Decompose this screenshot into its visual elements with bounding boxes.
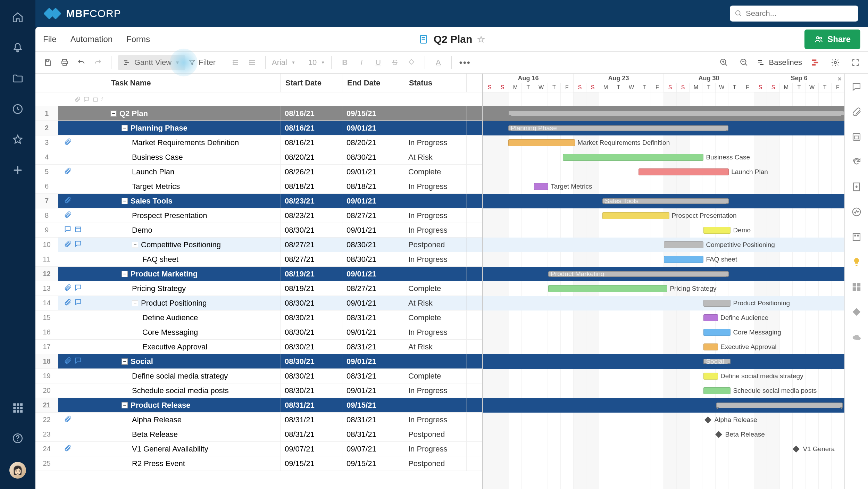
italic-icon[interactable]: I: [354, 56, 368, 69]
collapse-icon[interactable]: −: [122, 358, 128, 365]
row-number[interactable]: 18: [35, 354, 58, 368]
collapse-icon[interactable]: −: [122, 125, 128, 131]
start-date-cell[interactable]: 08/30/21: [281, 325, 342, 339]
collapse-icon[interactable]: −: [122, 198, 128, 204]
task-cell[interactable]: −Product Positioning: [106, 296, 281, 310]
task-cell[interactable]: Alpha Release: [106, 413, 281, 427]
gantt-bar[interactable]: Prospect Presentation: [602, 212, 669, 219]
task-cell[interactable]: Business Case: [106, 150, 281, 164]
gantt-bar[interactable]: Product Positioning: [703, 300, 731, 307]
milestone-icon[interactable]: [704, 416, 711, 423]
end-date-cell[interactable]: 08/20/21: [342, 135, 404, 150]
search-input[interactable]: [746, 9, 853, 18]
status-cell[interactable]: Postponed: [404, 238, 467, 252]
task-cell[interactable]: Launch Plan: [106, 165, 281, 179]
chat-icon[interactable]: [74, 240, 82, 250]
gantt-bar[interactable]: Planning Phase: [508, 125, 728, 131]
attachments-panel-icon[interactable]: [850, 106, 863, 118]
start-date-cell[interactable]: 08/20/21: [281, 150, 342, 164]
gantt-bar[interactable]: Competitive Positioning: [664, 241, 703, 248]
cal-icon[interactable]: [74, 225, 82, 235]
table-row[interactable]: 13Pricing Strategy08/19/2108/27/21Comple…: [35, 281, 482, 296]
save-icon[interactable]: [41, 56, 55, 69]
task-cell[interactable]: Pricing Strategy: [106, 281, 281, 296]
folder-icon[interactable]: [11, 72, 25, 85]
gantt-bar[interactable]: Executive Approval: [703, 343, 718, 350]
end-date-cell[interactable]: 08/31/21: [342, 310, 404, 325]
table-row[interactable]: 2−Planning Phase08/16/2109/01/21: [35, 121, 482, 135]
collapse-icon[interactable]: −: [132, 242, 138, 248]
status-cell[interactable]: In Progress: [404, 252, 467, 266]
start-date-cell[interactable]: 08/30/21: [281, 223, 342, 237]
table-row[interactable]: 12−Product Marketing08/19/2109/01/21: [35, 267, 482, 281]
filter-button[interactable]: Filter: [188, 58, 216, 67]
print-icon[interactable]: [58, 56, 72, 69]
table-row[interactable]: 23Beta Release08/31/2108/31/21Postponed: [35, 427, 482, 442]
end-date-cell[interactable]: 09/01/21: [342, 223, 404, 237]
collapse-icon[interactable]: −: [122, 402, 128, 408]
gantt-bar[interactable]: Launch Plan: [639, 168, 729, 175]
end-date-cell[interactable]: 09/15/21: [342, 106, 404, 121]
end-date-cell[interactable]: 09/01/21: [342, 296, 404, 310]
row-number[interactable]: 24: [35, 442, 58, 456]
task-cell[interactable]: Define social media strategy: [106, 369, 281, 383]
row-number[interactable]: 11: [35, 252, 58, 266]
end-date-cell[interactable]: 09/01/21: [342, 325, 404, 339]
star-icon[interactable]: [11, 133, 25, 147]
task-cell[interactable]: −Planning Phase: [106, 121, 281, 135]
task-cell[interactable]: −Q2 Plan: [106, 106, 281, 121]
comments-panel-icon[interactable]: [850, 81, 863, 93]
refresh-icon[interactable]: [850, 156, 863, 168]
search-wrap[interactable]: [730, 6, 858, 22]
status-cell[interactable]: [404, 398, 467, 412]
brandfolder-icon[interactable]: [850, 231, 863, 243]
gantt-bar[interactable]: Product Marketing: [548, 271, 729, 277]
add-icon[interactable]: [11, 163, 25, 177]
start-date-cell[interactable]: 08/27/21: [281, 252, 342, 266]
start-date-cell[interactable]: 08/30/21: [281, 340, 342, 354]
end-date-cell[interactable]: 08/30/21: [342, 252, 404, 266]
redo-icon[interactable]: [91, 56, 105, 69]
status-cell[interactable]: [404, 106, 467, 121]
gantt-bar[interactable]: FAQ sheet: [664, 256, 703, 263]
clip-icon[interactable]: [64, 357, 72, 366]
gantt-bar[interactable]: Define Audience: [703, 314, 718, 321]
end-date-cell[interactable]: 09/01/21: [342, 165, 404, 179]
start-date-cell[interactable]: 09/07/21: [281, 442, 342, 456]
table-row[interactable]: 8Prospect Presentation08/23/2108/27/21In…: [35, 208, 482, 223]
collapse-icon[interactable]: −: [132, 300, 138, 306]
table-row[interactable]: 5Launch Plan08/26/2109/01/21Complete: [35, 165, 482, 179]
close-gantt-icon[interactable]: ×: [837, 75, 842, 83]
end-date-cell[interactable]: 08/30/21: [342, 238, 404, 252]
clip-icon[interactable]: [64, 196, 72, 206]
task-cell[interactable]: Core Messaging: [106, 325, 281, 339]
gantt-bar[interactable]: Pricing Strategy: [548, 285, 667, 292]
task-cell[interactable]: −Product Marketing: [106, 267, 281, 281]
row-number[interactable]: 3: [35, 135, 58, 150]
row-number[interactable]: 8: [35, 208, 58, 223]
row-number[interactable]: 7: [35, 194, 58, 208]
table-row[interactable]: 1−Q2 Plan08/16/2109/15/21: [35, 106, 482, 121]
gantt-bar[interactable]: Social: [703, 359, 731, 364]
row-number[interactable]: 10: [35, 238, 58, 252]
clip-icon[interactable]: [64, 284, 72, 293]
task-cell[interactable]: Executive Approval: [106, 340, 281, 354]
status-cell[interactable]: Complete: [404, 281, 467, 296]
table-row[interactable]: 21−Product Release08/31/2109/15/21: [35, 398, 482, 413]
avatar[interactable]: 👩🏻: [9, 462, 26, 479]
gantt-bar[interactable]: Define social media strategy: [703, 373, 718, 380]
gantt-bar[interactable]: Sales Tools: [602, 198, 729, 204]
col-start[interactable]: Start Date: [281, 74, 342, 92]
table-row[interactable]: 16Core Messaging08/30/2109/01/21In Progr…: [35, 325, 482, 340]
row-number[interactable]: 16: [35, 325, 58, 339]
task-cell[interactable]: Prospect Presentation: [106, 208, 281, 223]
start-date-cell[interactable]: 08/27/21: [281, 238, 342, 252]
status-cell[interactable]: Complete: [404, 310, 467, 325]
status-cell[interactable]: Complete: [404, 369, 467, 383]
row-number[interactable]: 25: [35, 456, 58, 471]
task-cell[interactable]: Demo: [106, 223, 281, 237]
chat-icon[interactable]: [74, 284, 82, 293]
task-cell[interactable]: Schedule social media posts: [106, 383, 281, 398]
end-date-cell[interactable]: 08/27/21: [342, 281, 404, 296]
table-row[interactable]: 20Schedule social media posts08/30/2109/…: [35, 383, 482, 398]
